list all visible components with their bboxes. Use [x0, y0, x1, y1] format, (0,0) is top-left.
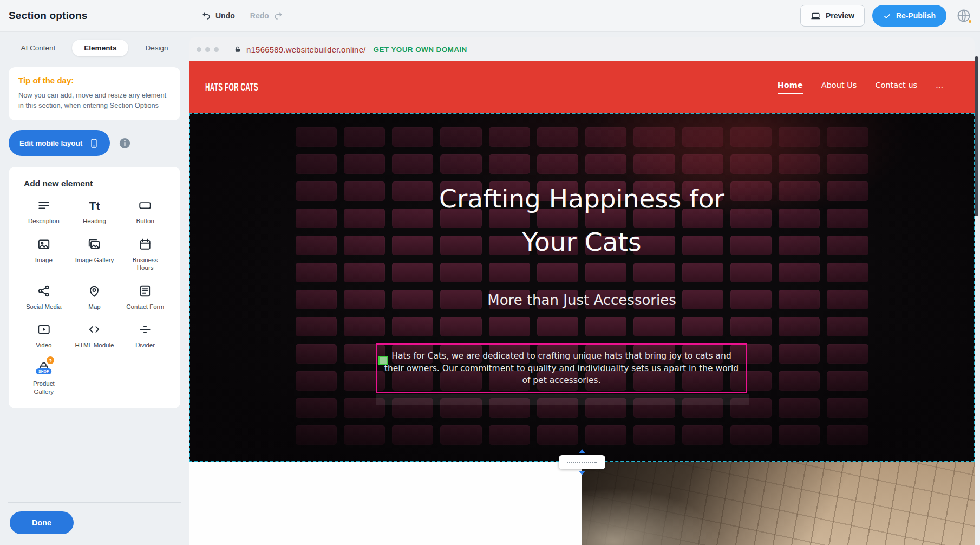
- nav-about-us[interactable]: About Us: [821, 81, 857, 94]
- description-icon: [37, 197, 51, 213]
- hero-tile: [296, 236, 337, 255]
- hero-tile: [827, 317, 868, 336]
- hero-tile: [730, 425, 772, 445]
- element-description[interactable]: Description: [19, 197, 68, 225]
- hero-tile: [779, 127, 820, 147]
- hero-tile: [779, 425, 820, 445]
- divider-icon: [138, 321, 152, 338]
- hero-tile: [827, 181, 868, 201]
- hero-tile: [827, 236, 868, 255]
- hero-tile: [296, 263, 337, 282]
- sidebar-spacer: [9, 408, 180, 502]
- canvas-scrollbar[interactable]: [975, 56, 978, 216]
- site-logo[interactable]: HATS FOR CATS: [205, 80, 258, 94]
- hero-tile: [296, 209, 337, 228]
- element-divider[interactable]: Divider: [121, 321, 169, 349]
- hero-tile: [682, 154, 723, 174]
- check-icon: [883, 12, 891, 20]
- next-section-photo[interactable]: [582, 462, 975, 545]
- hero-tile: [779, 154, 820, 174]
- hero-tile: [344, 317, 385, 336]
- republish-label: Re-Publish: [896, 11, 936, 20]
- browser-chrome-bar: n1566589.websitebuilder.online/ GET YOUR…: [189, 37, 975, 61]
- hero-tile: [779, 317, 820, 336]
- done-button[interactable]: Done: [10, 511, 74, 534]
- tab-ai-content[interactable]: AI Content: [14, 40, 63, 56]
- element-social-media[interactable]: Social Media: [19, 283, 68, 310]
- element-html-module[interactable]: HTML Module: [70, 321, 119, 349]
- element-contact-form[interactable]: Contact Form: [121, 283, 169, 310]
- tab-design[interactable]: Design: [138, 40, 175, 56]
- hero-tile: [633, 127, 675, 147]
- code-icon: [87, 321, 101, 338]
- element-video[interactable]: Video: [19, 321, 68, 349]
- section-resize-handle[interactable]: [559, 455, 605, 469]
- hero-tile: [440, 425, 481, 445]
- tab-elements[interactable]: Elements: [72, 40, 128, 56]
- hero-heading[interactable]: Crafting Happiness for Your Cats: [409, 177, 755, 264]
- nav-home[interactable]: Home: [778, 81, 803, 94]
- hero-subheading[interactable]: More than Just Accessories: [189, 292, 975, 308]
- redo-button[interactable]: Redo: [250, 11, 283, 21]
- republish-button[interactable]: Re-Publish: [872, 5, 946, 27]
- hero-tile: [296, 371, 337, 391]
- contact-form-icon: [138, 283, 152, 299]
- hero-tile: [344, 209, 385, 228]
- edit-mobile-layout-button[interactable]: Edit mobile layout: [9, 130, 110, 156]
- heading-icon: Tt: [89, 197, 100, 213]
- hero-tile: [296, 425, 337, 445]
- nav-contact-us[interactable]: Contact us: [875, 81, 917, 94]
- tip-body: Now you can add, move and resize any ele…: [18, 90, 171, 111]
- hero-tile: [682, 317, 723, 336]
- hero-tile: [779, 344, 820, 364]
- language-globe-button[interactable]: [956, 8, 971, 23]
- lock-icon: [234, 46, 241, 53]
- element-product-gallery[interactable]: SHOP Product Gallery: [19, 360, 68, 395]
- resize-dotted-line: [567, 462, 597, 463]
- sidebar-divider: [8, 502, 181, 503]
- hero-tile: [779, 209, 820, 228]
- next-section-blank[interactable]: [189, 462, 582, 545]
- hero-tile: [440, 154, 481, 174]
- hero-tile: [392, 425, 433, 445]
- hero-tile: [730, 154, 772, 174]
- topbar: Section options Undo Redo: [0, 0, 980, 31]
- social-media-icon: [37, 283, 51, 299]
- hero-tile: [827, 398, 868, 418]
- hero-tile: [344, 263, 385, 282]
- nav-more[interactable]: ...: [936, 81, 943, 94]
- button-icon: [138, 197, 152, 213]
- hero-tile: [827, 263, 868, 282]
- selected-text-element[interactable]: Hats for Cats, we are dedicated to craft…: [376, 343, 747, 393]
- upgrade-badge-icon: [47, 356, 54, 364]
- add-new-element-card: Add new element Description Tt Heading: [9, 167, 180, 408]
- undo-button[interactable]: Undo: [201, 11, 235, 21]
- hero-tile: [296, 344, 337, 364]
- sidebar-tabs: AI Content Elements Design: [9, 37, 180, 59]
- element-drag-handle[interactable]: [378, 356, 388, 365]
- edit-mobile-row: Edit mobile layout: [9, 130, 180, 156]
- hero-tile: [489, 154, 530, 174]
- element-image[interactable]: Image: [19, 236, 68, 272]
- element-image-gallery[interactable]: Image Gallery: [70, 236, 119, 272]
- info-icon[interactable]: [119, 137, 131, 150]
- hero-body-text[interactable]: Hats for Cats, we are dedicated to craft…: [383, 350, 740, 386]
- preview-button[interactable]: Preview: [800, 5, 865, 27]
- hero-section[interactable]: Crafting Happiness for Your Cats More th…: [189, 113, 975, 462]
- hero-tile: [827, 425, 868, 445]
- hero-tile: [344, 154, 385, 174]
- element-grid: Description Tt Heading Button: [19, 197, 169, 395]
- hero-tile: [344, 181, 385, 201]
- hero-tile: [344, 127, 385, 147]
- get-domain-link[interactable]: GET YOUR OWN DOMAIN: [374, 46, 467, 54]
- element-map[interactable]: Map: [70, 283, 119, 310]
- element-heading[interactable]: Tt Heading: [70, 197, 119, 225]
- undo-label: Undo: [215, 11, 235, 20]
- site-header[interactable]: HATS FOR CATS Home About Us Contact us .…: [189, 61, 975, 113]
- image-gallery-icon: [87, 236, 101, 252]
- element-button[interactable]: Button: [121, 197, 169, 225]
- monitor-icon: [811, 11, 821, 21]
- element-business-hours[interactable]: Business Hours: [121, 236, 169, 272]
- hero-tile: [827, 154, 868, 174]
- hero-tile: [730, 317, 772, 336]
